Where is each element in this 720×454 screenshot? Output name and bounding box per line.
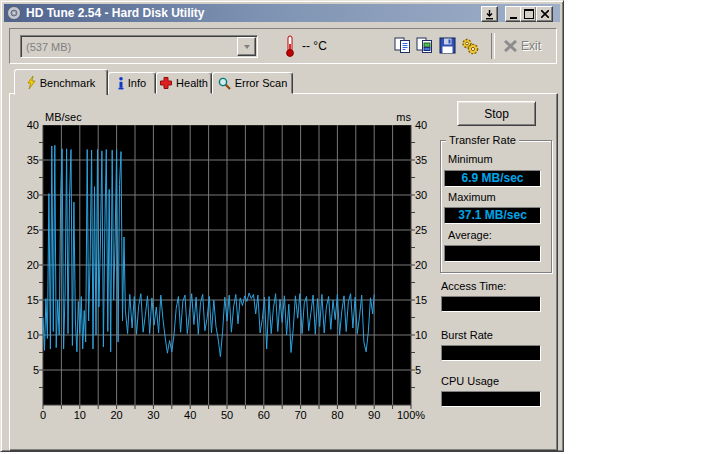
y-tick-label: 35 [13,154,39,166]
minimize-icon [510,17,517,19]
x-tick-label: 80 [317,409,357,421]
exit-label: Exit [521,39,541,53]
y-tick-label: 30 [13,189,39,201]
options-button[interactable] [458,34,481,57]
titlebar: HD Tune 2.54 - Hard Disk Utility [4,4,560,22]
average-label: Average: [448,229,492,241]
copy-screenshot-button[interactable] [413,34,436,57]
drive-select-value: (537 MB) [26,41,236,53]
transfer-rate-title: Transfer Rate [446,134,519,146]
maximize-button[interactable] [520,6,537,22]
maximum-value: 37.1 MB/sec [444,207,541,224]
arrow-down-icon [485,9,494,20]
burst-rate-value [441,345,541,361]
maximum-label: Maximum [448,191,496,203]
x-tick-label: 100% [391,409,431,421]
copy-icon [394,37,412,54]
y-tick-label: 40 [13,119,39,131]
toolbar: (537 MB) -- °C [9,28,557,64]
x-tick-label: 60 [244,409,284,421]
tab-benchmark[interactable]: Benchmark [14,69,108,95]
y-axis-unit-left: MB/sec [45,111,82,123]
tab-error-scan[interactable]: Error Scan [212,72,293,94]
lightning-icon [27,76,36,90]
y-tick-label: 10 [13,329,39,341]
y-axis-unit-right: ms [396,111,411,123]
x-tick-label: 90 [354,409,394,421]
y-tick-label: 20 [13,259,39,271]
x-tick-label: 40 [170,409,210,421]
cpu-usage-value [441,391,541,407]
chevron-down-icon[interactable] [237,37,256,56]
tab-error-scan-label: Error Scan [235,77,288,89]
y-tick-label: 25 [13,224,39,236]
minimum-label: Minimum [448,153,493,165]
window-title: HD Tune 2.54 - Hard Disk Utility [26,6,204,20]
x-tick-label: 30 [133,409,173,421]
tab-benchmark-label: Benchmark [40,77,96,89]
x-tick-label: 20 [97,409,137,421]
app-icon [6,5,22,21]
screenshot-icon [416,37,434,54]
burst-rate-label: Burst Rate [441,329,493,341]
y-tick-label: 5 [13,364,39,376]
info-icon [118,77,124,90]
close-icon [541,10,549,18]
x-tick-label: 10 [60,409,100,421]
benchmark-chart [39,125,415,410]
maximize-icon [524,9,534,19]
rollup-button[interactable] [481,6,498,22]
stop-button[interactable]: Stop [457,101,536,126]
health-cross-icon [160,77,172,89]
tab-health-label: Health [176,77,208,89]
save-icon [439,37,456,54]
tab-info[interactable]: Info [108,72,156,94]
close-button[interactable] [536,6,553,22]
access-time-value [441,296,541,312]
exit-button[interactable]: Exit [504,34,541,57]
toolbar-separator [491,33,495,59]
y-tick-label: 40 [415,119,445,131]
magnifier-icon [218,77,231,90]
temperature-value: -- °C [302,29,327,63]
tab-health[interactable]: Health [156,72,212,94]
x-tick-label: 0 [23,409,63,421]
y-tick-label: 15 [13,294,39,306]
exit-x-icon [504,40,517,52]
minimum-value: 6.9 MB/sec [444,170,541,187]
drive-select[interactable]: (537 MB) [20,35,258,58]
access-time-label: Access Time: [441,280,506,292]
x-tick-label: 70 [281,409,321,421]
save-button[interactable] [436,34,459,57]
thermometer-icon [284,35,296,57]
tab-info-label: Info [128,77,146,89]
options-gear-icon [461,37,479,55]
cpu-usage-label: CPU Usage [441,375,499,387]
copy-text-button[interactable] [391,34,414,57]
app-window: HD Tune 2.54 - Hard Disk Utility (537 MB… [0,0,564,452]
average-value [444,245,541,262]
x-tick-label: 50 [207,409,247,421]
